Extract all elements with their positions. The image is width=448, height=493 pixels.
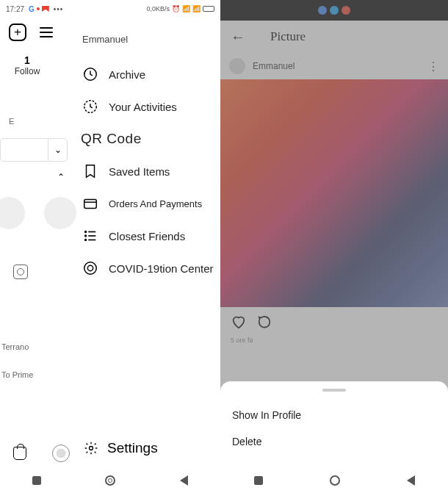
svg-point-6 <box>84 262 97 275</box>
status-bar-right <box>220 0 448 21</box>
home-button[interactable] <box>330 475 340 486</box>
comment-icon[interactable] <box>257 314 273 330</box>
shop-icon[interactable] <box>13 447 26 460</box>
back-arrow-icon[interactable]: ← <box>231 29 245 46</box>
menu-label: COVID-19tion Center <box>109 262 214 275</box>
status-app-icons: G <box>29 5 49 13</box>
tagged-tab-icon[interactable] <box>13 265 28 279</box>
menu-label: Archive <box>109 68 145 81</box>
author-name: Emmanuel <box>253 61 295 71</box>
profile-tab-icon[interactable] <box>52 445 70 462</box>
story-circle[interactable] <box>0 197 25 229</box>
menu-settings[interactable]: Settings <box>81 434 220 462</box>
stat-label: Follow <box>9 66 46 76</box>
sheet-show-in-profile[interactable]: Show In Profile <box>232 402 436 428</box>
bookmark-icon <box>82 163 98 179</box>
sheet-delete[interactable]: Delete <box>232 428 436 455</box>
post-time: 5 ore fa <box>220 337 448 348</box>
svg-rect-2 <box>84 200 97 209</box>
menu-activities[interactable]: Your Activities <box>81 90 220 123</box>
menu-label: Orders And Payments <box>109 198 202 209</box>
stat-number: 1 <box>9 54 46 66</box>
dropdown-control[interactable]: ⌄ <box>0 138 68 162</box>
menu-friends[interactable]: Closest Friends <box>81 220 220 252</box>
menu-label: QR Code <box>81 131 142 147</box>
chevron-down-icon[interactable]: ⌄ <box>48 138 68 162</box>
svg-point-5 <box>85 240 87 241</box>
bottom-tabs-partial <box>0 439 82 468</box>
avatar[interactable] <box>229 58 245 74</box>
status-more-icon: ••• <box>54 5 64 13</box>
recents-button[interactable] <box>254 476 263 485</box>
footer-text: Terrano To Prime <box>1 341 33 381</box>
drawer-username: Emmanuel <box>81 29 220 58</box>
svg-point-4 <box>85 235 87 237</box>
story-circle[interactable] <box>44 197 76 229</box>
chevron-up-icon[interactable]: ⌃ <box>57 172 65 182</box>
like-icon[interactable] <box>231 314 247 330</box>
sheet-handle[interactable] <box>322 389 346 392</box>
clock: 17:27 <box>6 5 24 13</box>
side-drawer: Emmanuel Archive Your Activities QR Code… <box>81 29 220 493</box>
wifi-icon: 📶 <box>192 5 200 12</box>
menu-label: Settings <box>107 440 158 456</box>
svg-point-3 <box>85 231 87 233</box>
svg-point-7 <box>87 265 93 270</box>
picture-header: ← Picture <box>220 21 448 53</box>
page-title: Picture <box>270 29 306 44</box>
recents-button[interactable] <box>32 476 41 485</box>
post-actions <box>220 307 448 337</box>
archive-icon <box>82 66 98 82</box>
gear-icon <box>84 441 98 456</box>
more-icon[interactable]: ⋮ <box>427 60 439 73</box>
status-right: 0,0KB/s ⏰ 📶 📶 <box>146 5 214 12</box>
svg-point-8 <box>90 447 93 450</box>
status-bar-left: 17:27 G ••• 0,0KB/s ⏰ 📶 📶 <box>0 0 220 18</box>
menu-label: Your Activities <box>109 101 177 113</box>
info-badge-icon <box>82 260 98 276</box>
back-button[interactable] <box>180 475 188 486</box>
android-nav-left <box>0 468 220 493</box>
signal-icon: 📶 <box>182 5 190 12</box>
menu-saved[interactable]: Saved Items <box>81 155 220 187</box>
menu-archive[interactable]: Archive <box>81 58 220 90</box>
list-icon <box>82 228 98 244</box>
post-image[interactable] <box>220 79 448 307</box>
follow-stat[interactable]: 1 Follow <box>9 54 46 76</box>
back-button[interactable] <box>407 475 415 486</box>
battery-icon <box>203 6 214 12</box>
activity-icon <box>82 98 98 115</box>
card-icon <box>82 195 98 212</box>
create-button[interactable]: + <box>9 24 26 41</box>
bottom-sheet: Show In Profile Delete <box>220 381 448 468</box>
menu-label: Closest Friends <box>109 230 185 242</box>
android-nav-right <box>220 468 448 493</box>
post-author-row[interactable]: Emmanuel ⋮ <box>220 53 448 79</box>
menu-label: Saved Items <box>109 165 170 178</box>
menu-qrcode[interactable]: QR Code <box>81 123 220 155</box>
menu-covid[interactable]: COVID-19tion Center <box>81 252 220 284</box>
alarm-icon: ⏰ <box>172 5 180 12</box>
menu-button[interactable] <box>40 27 53 37</box>
home-button[interactable] <box>105 475 115 486</box>
menu-orders[interactable]: Orders And Payments <box>81 187 220 220</box>
